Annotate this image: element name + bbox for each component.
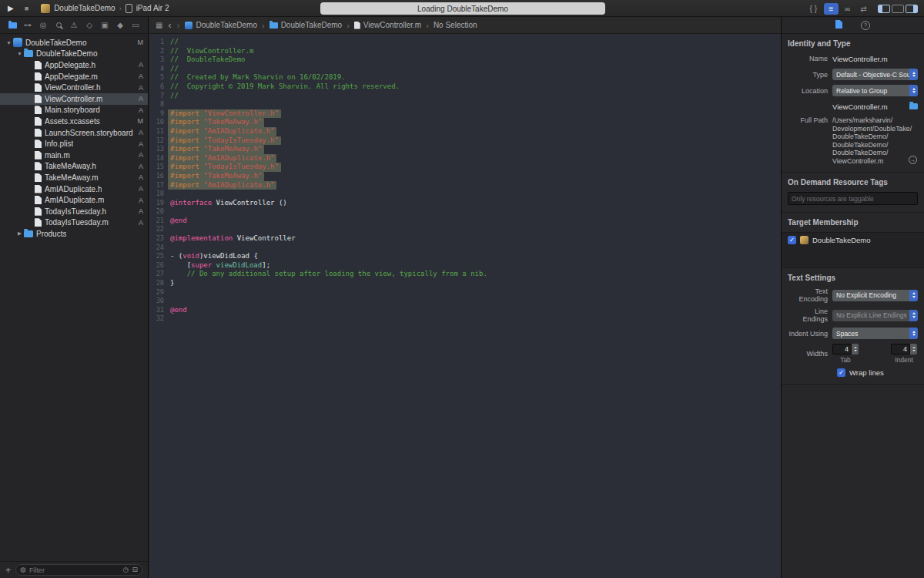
file-row-launchscreen-storyboard[interactable]: LaunchScreen.storyboardA xyxy=(0,127,148,139)
code-line-7[interactable]: 7// xyxy=(149,92,781,101)
disclosure-triangle-icon[interactable]: ▼ xyxy=(5,40,13,45)
toggle-debug-area-button[interactable] xyxy=(892,5,904,13)
code-line-30[interactable]: 30 xyxy=(149,297,781,306)
code-line-12[interactable]: 12#import "TodayIsTuesday.h" xyxy=(149,136,781,146)
file-row-info-plist[interactable]: Info.plistA xyxy=(0,138,148,150)
scm-status-filter-icon[interactable]: ⊟ xyxy=(132,566,138,573)
code-line-23[interactable]: 23@implementation ViewController xyxy=(149,234,781,244)
stepper-arrows-icon[interactable] xyxy=(852,344,859,355)
file-name-field[interactable]: ViewController.m xyxy=(832,55,918,63)
code-line-11[interactable]: 11#import "AmIADuplicate.h" xyxy=(149,127,781,136)
recent-files-clock-icon[interactable]: ◷ xyxy=(123,566,129,573)
file-row-amiaduplicate-m[interactable]: AmIADuplicate.mA xyxy=(0,194,148,206)
code-line-8[interactable]: 8 xyxy=(149,100,781,109)
code-line-27[interactable]: 27 // Do any additional setup after load… xyxy=(149,270,781,279)
code-line-13[interactable]: 13#import "TakeMeAway.h" xyxy=(149,145,781,154)
file-row-assets-xcassets[interactable]: Assets.xcassetsM xyxy=(0,116,148,127)
code-line-29[interactable]: 29 xyxy=(149,288,781,297)
run-button[interactable]: ▶ xyxy=(8,4,14,12)
scm-status-badge: A xyxy=(139,72,143,80)
code-line-5[interactable]: 5// Created by Mark Sharvin on 16/02/201… xyxy=(149,73,781,82)
code-line-24[interactable]: 24 xyxy=(149,244,781,253)
code-line-10[interactable]: 10#import "TakeMeAway.h" xyxy=(149,118,781,127)
file-row-viewcontroller-h[interactable]: ViewController.hA xyxy=(0,82,148,93)
code-line-20[interactable]: 20 xyxy=(149,207,781,217)
code-line-28[interactable]: 28} xyxy=(149,279,781,288)
file-row-takemeaway-m[interactable]: TakeMeAway.mA xyxy=(0,172,148,183)
file-row-todayistuesday-h[interactable]: TodayIsTuesday.hA xyxy=(0,206,148,217)
location-dropdown[interactable]: Relative to Group xyxy=(832,85,918,96)
choose-location-folder-icon[interactable] xyxy=(909,103,918,109)
filter-input[interactable] xyxy=(29,566,120,574)
code-line-19[interactable]: 19@interface ViewController () xyxy=(149,199,781,208)
file-type-dropdown[interactable]: Default - Objective-C Sou… xyxy=(832,69,918,80)
file-inspector-tab[interactable] xyxy=(835,20,842,30)
breadcrumb-item[interactable]: DoubleTakeDemo xyxy=(270,21,343,29)
scm-status-badge: A xyxy=(139,84,143,92)
file-row-takemeaway-h[interactable]: TakeMeAway.hA xyxy=(0,161,148,173)
find-navigator-tab[interactable] xyxy=(53,22,64,28)
breadcrumb-item[interactable]: No Selection xyxy=(434,21,477,29)
code-line-6[interactable]: 6// Copyright © 2019 Mark Sharvin. All r… xyxy=(149,82,781,92)
version-editor-button[interactable]: ⇄ xyxy=(856,3,871,15)
file-row-main-storyboard[interactable]: Main.storyboardA xyxy=(0,105,148,116)
breadcrumb-item[interactable]: DoubleTakeDemo xyxy=(185,21,257,29)
code-line-25[interactable]: 25- (void)viewDidLoad { xyxy=(149,252,781,261)
code-line-3[interactable]: 3// DoubleTakeDemo xyxy=(149,55,781,65)
toggle-inspector-button[interactable] xyxy=(906,5,918,13)
toggle-navigator-button[interactable] xyxy=(878,5,890,13)
add-file-button[interactable]: + xyxy=(5,566,11,575)
stepper-arrows-icon[interactable] xyxy=(910,344,917,355)
file-row-appdelegate-m[interactable]: AppDelegate.mA xyxy=(0,71,148,82)
line-number: 31 xyxy=(149,306,170,315)
code-line-9[interactable]: 9#import "ViewController.h" xyxy=(149,109,781,119)
file-row-doubletakedemo[interactable]: ▼DoubleTakeDemo xyxy=(0,49,148,60)
target-row[interactable]: DoubleTakeDemo xyxy=(788,236,918,244)
breadcrumb-item[interactable]: ViewController.m xyxy=(354,21,421,29)
code-line-15[interactable]: 15#import "TodayIsTuesday.h" xyxy=(149,163,781,172)
code-line-1[interactable]: 1// xyxy=(149,38,781,47)
filter-field[interactable]: ◍ ◷ ⊟ xyxy=(15,564,142,576)
reveal-in-finder-arrow-icon[interactable]: → xyxy=(909,156,917,164)
assistant-editor-button[interactable]: ∞ xyxy=(840,3,855,15)
scheme-selector[interactable]: DoubleTakeDemo › iPad Air 2 xyxy=(41,4,169,13)
code-line-21[interactable]: 21@end xyxy=(149,217,781,226)
code-line-14[interactable]: 14#import "AmIADuplicate.h" xyxy=(149,154,781,163)
disclosure-triangle-icon[interactable]: ▼ xyxy=(15,51,24,56)
code-line-32[interactable]: 32 xyxy=(149,314,781,324)
file-row-doubletakedemo[interactable]: ▼DoubleTakeDemoM xyxy=(0,37,148,49)
go-forward-button[interactable]: › xyxy=(176,21,179,30)
text-encoding-dropdown[interactable]: No Explicit Encoding xyxy=(832,290,918,301)
code-line-17[interactable]: 17#import "AmIADuplicate.h" xyxy=(149,181,781,190)
indent-using-dropdown[interactable]: Spaces xyxy=(832,328,918,339)
file-row-todayistuesday-m[interactable]: TodayIsTuesday.mA xyxy=(0,217,148,229)
quick-help-tab[interactable]: ? xyxy=(861,21,870,30)
disclosure-triangle-icon[interactable]: ▶ xyxy=(15,230,24,237)
code-braces-icon[interactable]: { } xyxy=(810,5,817,13)
wrap-lines-checkbox[interactable] xyxy=(837,368,845,377)
file-row-amiaduplicate-h[interactable]: AmIADuplicate.hA xyxy=(0,183,148,195)
standard-editor-button[interactable]: ≡ xyxy=(824,3,839,15)
project-navigator-tab[interactable] xyxy=(7,22,18,29)
indent-width-stepper[interactable]: 4 xyxy=(891,344,917,355)
stop-button[interactable]: ■ xyxy=(25,5,28,12)
code-line-31[interactable]: 31@end xyxy=(149,306,781,315)
code-line-26[interactable]: 26 [super viewDidLoad]; xyxy=(149,261,781,271)
tab-width-stepper[interactable]: 4 xyxy=(832,344,859,355)
file-row-viewcontroller-m[interactable]: ViewController.mA xyxy=(0,93,148,105)
go-back-button[interactable]: ‹ xyxy=(168,21,171,30)
code-area[interactable]: 1//2// ViewController.m3// DoubleTakeDem… xyxy=(149,35,781,578)
related-items-icon[interactable]: ▦ xyxy=(156,21,162,29)
code-line-4[interactable]: 4// xyxy=(149,65,781,74)
code-line-18[interactable]: 18 xyxy=(149,190,781,199)
target-checkbox[interactable] xyxy=(788,236,796,244)
code-line-2[interactable]: 2// ViewController.m xyxy=(149,47,781,56)
file-row-main-m[interactable]: main.mA xyxy=(0,150,148,161)
line-endings-dropdown[interactable]: No Explicit Line Endings xyxy=(832,310,918,321)
file-row-products[interactable]: ▶Products xyxy=(0,228,148,240)
code-line-16[interactable]: 16#import "TakeMeAway.h" xyxy=(149,172,781,181)
file-row-appdelegate-h[interactable]: AppDelegate.hA xyxy=(0,59,148,71)
code-line-22[interactable]: 22 xyxy=(149,225,781,234)
resource-tags-input[interactable] xyxy=(788,192,918,205)
left-pane-fill-icon xyxy=(879,5,882,12)
